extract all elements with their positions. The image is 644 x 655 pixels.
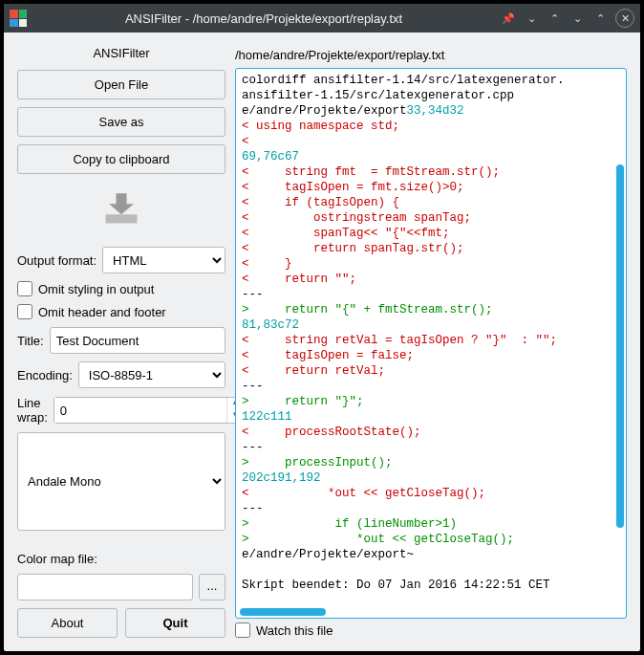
close-icon[interactable]: ✕ [615, 9, 634, 28]
watch-file-checkbox[interactable]: Watch this file [235, 622, 627, 638]
minimize-icon[interactable]: ⌄ [569, 11, 585, 26]
download-icon [100, 189, 142, 226]
omit-styling-label: Omit styling in output [38, 282, 154, 296]
omit-header-input[interactable] [17, 304, 32, 319]
horizontal-scrollbar[interactable] [240, 608, 326, 616]
omit-header-label: Omit header and footer [38, 305, 166, 319]
save-as-button[interactable]: Save as [17, 107, 225, 137]
omit-styling-input[interactable] [17, 281, 32, 296]
quit-button[interactable]: Quit [125, 608, 225, 638]
file-path: /home/andre/Projekte/export/replay.txt [235, 46, 627, 64]
linewrap-stepper[interactable]: ▲▼ [54, 397, 245, 424]
code-content: colordiff ansifilter-1.14/src/latexgener… [236, 69, 626, 604]
chevron-down-icon[interactable]: ⌄ [524, 11, 539, 26]
sidebar: ANSIFilter Open File Save as Copy to cli… [17, 46, 225, 638]
browse-button[interactable]: ... [199, 574, 225, 600]
output-format-label: Output format: [17, 253, 97, 268]
pin-icon[interactable]: 📌 [501, 11, 516, 26]
vertical-scrollbar[interactable] [616, 164, 624, 528]
about-button[interactable]: About [17, 608, 118, 638]
title-input[interactable] [50, 327, 225, 354]
encoding-select[interactable]: ISO-8859-1 [78, 361, 225, 388]
linewrap-label: Line wrap: [17, 396, 48, 425]
app-icon [10, 10, 27, 27]
font-select[interactable]: Andale Mono [17, 432, 225, 531]
open-file-button[interactable]: Open File [17, 70, 225, 99]
maximize-icon[interactable]: ⌃ [592, 11, 608, 26]
linewrap-input[interactable] [54, 398, 226, 423]
omit-header-checkbox[interactable]: Omit header and footer [17, 304, 225, 319]
panel-title: ANSIFilter [17, 46, 225, 60]
output-format-select[interactable]: HTML [102, 247, 225, 273]
chevron-up-icon[interactable]: ⌃ [547, 11, 562, 26]
watch-file-label: Watch this file [256, 623, 333, 638]
colormap-input[interactable] [17, 574, 193, 600]
window-title: ANSIFilter - /home/andre/Projekte/export… [34, 11, 493, 26]
code-viewer[interactable]: colordiff ansifilter-1.14/src/latexgener… [235, 68, 627, 619]
title-label: Title: [17, 334, 44, 348]
encoding-label: Encoding: [17, 368, 73, 382]
colormap-label: Color map file: [17, 552, 225, 566]
titlebar: ANSIFilter - /home/andre/Projekte/export… [4, 4, 640, 33]
omit-styling-checkbox[interactable]: Omit styling in output [17, 281, 225, 296]
copy-clipboard-button[interactable]: Copy to clipboard [17, 144, 225, 174]
watch-file-input[interactable] [235, 622, 250, 638]
